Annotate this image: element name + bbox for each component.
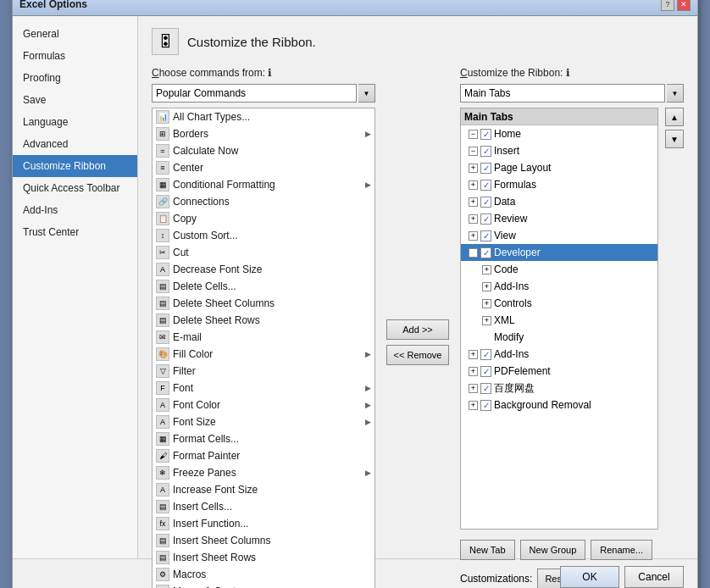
remove-button[interactable]: << Remove [386,345,449,365]
tree-item-code[interactable]: +Code [461,261,657,278]
command-item-all-chart-types[interactable]: 📊All Chart Types... [153,108,374,125]
expand-icon[interactable]: + [469,164,478,173]
command-item-insert-function[interactable]: fxInsert Function... [153,515,374,532]
collapse-icon[interactable]: − [469,147,478,156]
add-button[interactable]: Add >> [386,319,449,340]
tree-item-add-ins-child[interactable]: +Add-Ins [461,278,657,295]
command-item-insert-sheet-rows[interactable]: ▤Insert Sheet Rows [153,549,374,566]
expand-icon[interactable]: + [469,197,478,207]
expand-icon[interactable]: + [482,299,491,308]
command-item-font-size[interactable]: AFont Size▶ [153,413,374,430]
expand-icon[interactable]: + [469,367,478,376]
expand-icon[interactable]: + [469,384,478,393]
tree-checkbox[interactable] [480,366,491,377]
expand-icon[interactable]: + [482,316,491,325]
tree-item-pdfelement[interactable]: +PDFelement [461,363,657,380]
nav-item-trust-center[interactable]: Trust Center [13,221,137,243]
command-item-macros[interactable]: ⚙Macros [153,566,374,583]
ok-button[interactable]: OK [560,566,619,588]
tree-checkbox[interactable] [480,214,491,225]
rename-button[interactable]: Rename... [591,540,652,560]
ribbon-dropdown-arrow[interactable]: ▼ [667,84,684,103]
tree-checkbox[interactable] [480,230,491,241]
command-item-calculate-now[interactable]: =Calculate Now [153,142,374,159]
command-item-filter[interactable]: ▽Filter [153,363,374,380]
command-item-merge-center[interactable]: ⊡Merge & Center [153,583,374,588]
command-item-delete-sheet-columns[interactable]: ▤Delete Sheet Columns [153,295,374,312]
command-item-delete-cells[interactable]: ▤Delete Cells... [153,278,374,295]
help-button[interactable]: ? [661,0,674,11]
collapse-icon[interactable]: − [469,130,478,139]
tree-item-home[interactable]: −Home [461,125,657,142]
command-item-borders[interactable]: ⊞Borders▶ [153,125,374,142]
close-button[interactable]: ✕ [677,0,691,11]
tree-checkbox[interactable] [480,163,491,174]
expand-icon[interactable]: + [469,401,478,410]
nav-item-save[interactable]: Save [13,89,137,111]
command-item-format-painter[interactable]: 🖌Format Painter [153,447,374,464]
tree-checkbox[interactable] [480,247,491,258]
commands-dropdown[interactable]: Popular Commands [152,84,357,103]
tree-item-baidu[interactable]: +百度网盘 [461,380,657,397]
tree-item-formulas[interactable]: +Formulas [461,176,657,193]
commands-dropdown-arrow[interactable]: ▼ [358,84,375,103]
nav-item-add-ins[interactable]: Add-Ins [13,199,137,221]
tree-checkbox[interactable] [480,349,491,360]
ribbon-tree[interactable]: Main Tabs−Home−Insert+Page Layout+Formul… [460,108,658,530]
tree-checkbox[interactable] [480,180,491,191]
command-item-copy[interactable]: 📋Copy [153,210,374,227]
command-item-conditional-formatting[interactable]: ▦Conditional Formatting▶ [153,176,374,193]
tree-item-background-removal[interactable]: +Background Removal [461,397,657,413]
move-up-button[interactable]: ▲ [665,108,684,126]
nav-item-proofing[interactable]: Proofing [13,67,137,89]
tree-item-developer[interactable]: −Developer [461,244,657,261]
expand-icon[interactable]: + [469,231,478,241]
command-item-connections[interactable]: 🔗Connections [153,193,374,210]
tree-checkbox[interactable] [480,146,491,157]
nav-item-advanced[interactable]: Advanced [13,133,137,155]
tree-item-review[interactable]: +Review [461,210,657,227]
command-item-email[interactable]: ✉E-mail [153,329,374,346]
command-item-center[interactable]: ≡Center [153,159,374,176]
command-item-increase-font-size[interactable]: AIncrease Font Size [153,481,374,498]
command-item-font-color[interactable]: AFont Color▶ [153,397,374,413]
expand-icon[interactable]: + [469,350,478,359]
commands-list[interactable]: 📊All Chart Types...⊞Borders▶=Calculate N… [152,108,375,588]
nav-item-general[interactable]: General [13,23,137,45]
command-item-insert-cells[interactable]: ▤Insert Cells... [153,498,374,515]
cancel-button[interactable]: Cancel [624,566,684,588]
command-item-insert-sheet-columns[interactable]: ▤Insert Sheet Columns [153,532,374,549]
command-item-delete-sheet-rows[interactable]: ▤Delete Sheet Rows [153,312,374,329]
move-down-button[interactable]: ▼ [665,130,684,148]
expand-icon[interactable]: + [469,180,478,190]
tree-checkbox[interactable] [480,400,491,411]
command-item-fill-color[interactable]: 🎨Fill Color▶ [153,346,374,363]
tree-item-add-ins-top[interactable]: +Add-Ins [461,346,657,363]
tree-checkbox[interactable] [480,197,491,208]
new-tab-button[interactable]: New Tab [460,540,515,560]
command-item-custom-sort[interactable]: ↕Custom Sort... [153,227,374,244]
nav-item-formulas[interactable]: Formulas [13,45,137,67]
tree-item-view[interactable]: +View [461,227,657,244]
tree-item-modify[interactable]: Modify [461,329,657,346]
nav-item-customize-ribbon[interactable]: Customize Ribbon [13,155,137,177]
tree-item-xml[interactable]: +XML [461,312,657,329]
expand-icon[interactable]: + [482,282,491,291]
command-item-freeze-panes[interactable]: ❄Freeze Panes▶ [153,464,374,481]
command-item-font[interactable]: FFont▶ [153,380,374,397]
expand-icon[interactable]: + [469,214,478,224]
command-item-format-cells[interactable]: ▦Format Cells... [153,430,374,447]
tree-checkbox[interactable] [480,383,491,394]
new-group-button[interactable]: New Group [520,540,586,560]
tree-item-insert[interactable]: −Insert [461,142,657,159]
tree-checkbox[interactable] [480,129,491,140]
tree-item-data[interactable]: +Data [461,193,657,210]
ribbon-dropdown[interactable]: Main Tabs [460,84,665,103]
command-item-decrease-font-size[interactable]: ADecrease Font Size [153,261,374,278]
nav-item-language[interactable]: Language [13,111,137,133]
nav-item-quick-access[interactable]: Quick Access Toolbar [13,177,137,199]
collapse-icon[interactable]: − [469,248,478,258]
command-item-cut[interactable]: ✂Cut [153,244,374,261]
expand-icon[interactable]: + [482,265,491,275]
tree-item-controls[interactable]: +Controls [461,295,657,312]
